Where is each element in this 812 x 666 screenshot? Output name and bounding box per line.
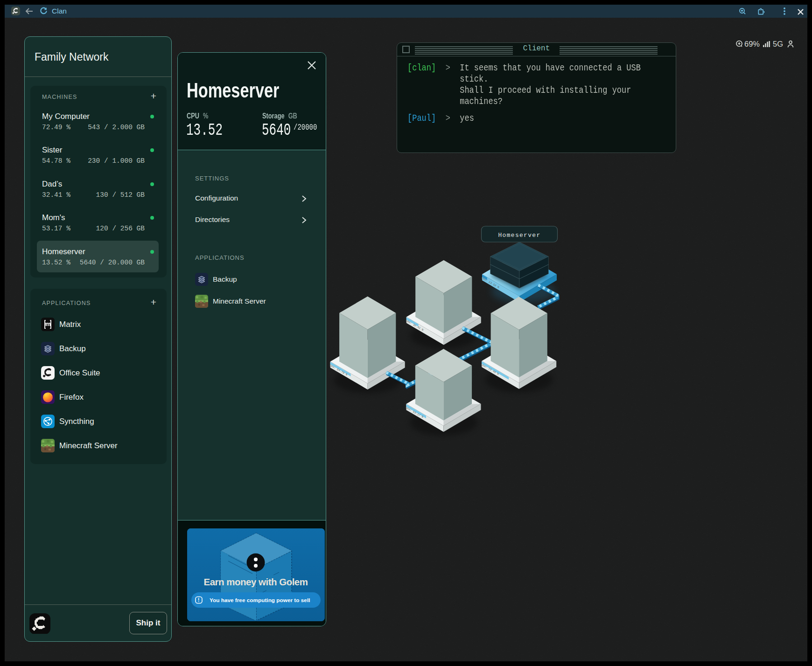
svg-text:You have free computing power: You have free computing power to sell	[210, 597, 310, 604]
svg-text:Homeserver: Homeserver	[498, 232, 540, 239]
svg-text:Earn money with Golem: Earn money with Golem	[203, 576, 308, 587]
